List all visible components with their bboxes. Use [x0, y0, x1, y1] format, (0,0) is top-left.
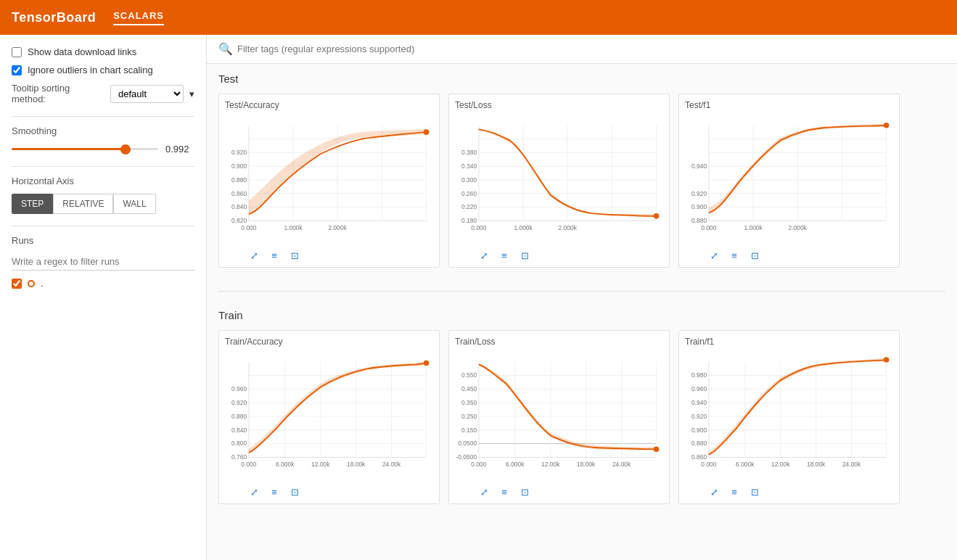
axis-section: Horizontal Axis STEP RELATIVE WALL: [12, 176, 194, 214]
svg-text:0.350: 0.350: [461, 399, 477, 406]
svg-text:0.840: 0.840: [231, 427, 247, 434]
expand-button[interactable]: ⤢: [477, 250, 491, 261]
svg-text:1.000k: 1.000k: [744, 224, 763, 231]
data-button[interactable]: ≡: [727, 250, 742, 261]
svg-point-77: [424, 361, 430, 366]
chart-train-f1: Train/f1: [678, 330, 900, 504]
axis-wall-button[interactable]: WALL: [113, 194, 155, 214]
svg-text:0.340: 0.340: [461, 162, 477, 170]
chart-test-f1-area: 0.880 0.900 0.920 0.940 0.000 1.000k 2.0…: [685, 115, 893, 245]
download-button[interactable]: ⊡: [517, 486, 532, 498]
tooltip-label: Tooltip sorting method:: [12, 83, 104, 104]
main-layout: Show data download links Ignore outliers…: [0, 35, 957, 560]
chart-test-accuracy-toolbar: ⤢ ≡ ⊡: [225, 250, 433, 261]
svg-text:0.220: 0.220: [461, 203, 477, 210]
sidebar: Show data download links Ignore outliers…: [0, 35, 207, 560]
data-button[interactable]: ≡: [267, 250, 282, 261]
chart-test-f1: Test/f1: [678, 94, 900, 268]
svg-text:0.960: 0.960: [231, 385, 247, 392]
chart-train-f1-title: Train/f1: [685, 337, 893, 347]
chart-train-loss-svg: -0.0500 0.0500 0.150 0.250 0.350 0.450 0…: [455, 351, 663, 482]
svg-text:0.880: 0.880: [231, 176, 247, 184]
run-checkbox[interactable]: [12, 279, 22, 289]
run-dot-icon: [28, 280, 35, 287]
show-downloads-item: Show data download links: [12, 46, 194, 57]
download-button[interactable]: ⊡: [747, 486, 762, 498]
data-button[interactable]: ≡: [497, 250, 512, 261]
svg-text:0.000: 0.000: [701, 461, 716, 468]
svg-text:0.900: 0.900: [231, 162, 247, 170]
axis-relative-button[interactable]: RELATIVE: [53, 194, 113, 214]
chart-test-accuracy-svg: 0.820 0.840 0.860 0.880 0.900 0.920 0.00…: [225, 115, 433, 245]
smoothing-slider[interactable]: [12, 148, 158, 150]
download-button[interactable]: ⊡: [287, 486, 302, 498]
download-button[interactable]: ⊡: [517, 250, 532, 261]
show-downloads-label: Show data download links: [28, 46, 136, 57]
svg-point-56: [884, 123, 890, 128]
header: TensorBoard SCALARS: [0, 0, 957, 35]
expand-button[interactable]: ⤢: [707, 250, 721, 261]
filter-input[interactable]: [237, 44, 945, 54]
divider-1: [12, 116, 194, 117]
download-button[interactable]: ⊡: [747, 250, 762, 261]
svg-text:12.00k: 12.00k: [311, 461, 330, 468]
expand-button[interactable]: ⤢: [477, 486, 491, 498]
svg-point-128: [884, 357, 890, 363]
chart-test-loss: Test/Loss: [448, 94, 670, 268]
section-separator: [218, 291, 945, 292]
chart-test-accuracy: Test/Accuracy: [218, 94, 440, 268]
svg-text:0.880: 0.880: [691, 440, 707, 447]
chart-test-loss-toolbar: ⤢ ≡ ⊡: [455, 250, 663, 261]
svg-text:6.000k: 6.000k: [736, 461, 755, 468]
test-section-title: Test: [218, 73, 945, 85]
svg-text:24.00k: 24.00k: [842, 461, 861, 468]
chart-train-loss-toolbar: ⤢ ≡ ⊡: [455, 486, 663, 498]
chart-train-f1-svg: 0.860 0.880 0.900 0.920 0.940 0.960 0.98…: [685, 351, 893, 482]
chart-test-loss-svg: 0.180 0.220 0.260 0.300 0.340 0.380 0.00…: [455, 115, 663, 245]
ignore-outliers-checkbox[interactable]: [12, 65, 22, 75]
ignore-outliers-label: Ignore outliers in chart scaling: [28, 65, 153, 75]
svg-text:1.000k: 1.000k: [284, 224, 303, 231]
runs-section: Runs .: [12, 235, 194, 289]
show-downloads-checkbox[interactable]: [12, 47, 22, 57]
expand-button[interactable]: ⤢: [707, 486, 721, 498]
svg-text:6.000k: 6.000k: [506, 461, 525, 468]
data-button[interactable]: ≡: [727, 486, 742, 498]
chart-train-accuracy-title: Train/Accuracy: [225, 337, 433, 347]
chart-train-loss-area: -0.0500 0.0500 0.150 0.250 0.350 0.450 0…: [455, 351, 663, 482]
train-section: Train Train/Accuracy: [207, 300, 957, 524]
svg-text:2.000k: 2.000k: [789, 224, 808, 231]
svg-text:0.900: 0.900: [691, 427, 707, 434]
ignore-outliers-item: Ignore outliers in chart scaling: [12, 65, 194, 75]
svg-text:0.000: 0.000: [471, 224, 486, 231]
data-button[interactable]: ≡: [497, 486, 512, 498]
expand-button[interactable]: ⤢: [247, 250, 261, 261]
divider-3: [12, 226, 194, 226]
divider-2: [12, 166, 194, 167]
train-charts-row: Train/Accuracy: [218, 330, 945, 504]
runs-filter-input[interactable]: [12, 253, 194, 271]
svg-text:0.960: 0.960: [691, 385, 707, 392]
chart-test-f1-title: Test/f1: [685, 100, 893, 110]
runs-label: Runs: [12, 235, 194, 246]
chart-train-accuracy-svg: 0.760 0.800 0.840 0.880 0.920 0.960 0.00…: [225, 351, 433, 482]
tooltip-dropdown[interactable]: default descending ascending nearest: [110, 85, 184, 103]
chart-test-loss-area: 0.180 0.220 0.260 0.300 0.340 0.380 0.00…: [455, 115, 663, 245]
svg-text:0.000: 0.000: [241, 224, 256, 231]
chart-train-f1-toolbar: ⤢ ≡ ⊡: [685, 486, 893, 498]
download-button[interactable]: ⊡: [287, 250, 302, 261]
svg-text:0.0500: 0.0500: [458, 440, 477, 447]
svg-text:18.00k: 18.00k: [577, 461, 596, 468]
svg-text:0.920: 0.920: [691, 190, 707, 197]
axis-step-button[interactable]: STEP: [12, 194, 53, 214]
svg-text:0.900: 0.900: [691, 203, 707, 210]
svg-text:0.250: 0.250: [461, 413, 477, 420]
scalars-tab[interactable]: SCALARS: [113, 10, 164, 25]
expand-button[interactable]: ⤢: [247, 486, 261, 498]
svg-text:2.000k: 2.000k: [329, 224, 348, 231]
main-content: 🔍 Test Test/Accuracy: [207, 35, 957, 560]
data-button[interactable]: ≡: [267, 486, 282, 498]
svg-text:0.450: 0.450: [461, 385, 477, 392]
run-name: .: [41, 278, 44, 289]
chart-train-loss-title: Train/Loss: [455, 337, 663, 347]
